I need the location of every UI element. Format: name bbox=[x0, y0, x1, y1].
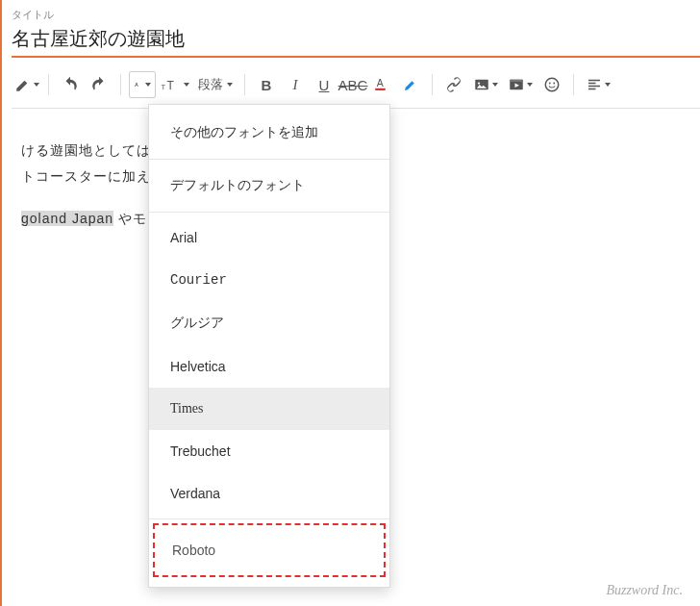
undo-icon[interactable] bbox=[57, 71, 84, 98]
caret-icon bbox=[605, 83, 611, 87]
svg-point-11 bbox=[549, 83, 551, 85]
paragraph-label: 段落 bbox=[198, 76, 223, 93]
title-label: タイトル bbox=[2, 0, 700, 24]
redo-icon[interactable] bbox=[86, 71, 112, 98]
svg-text:T: T bbox=[162, 83, 166, 91]
toolbar-separator bbox=[120, 74, 121, 95]
default-font-item[interactable]: デフォルトのフォント bbox=[149, 164, 389, 208]
dropdown-divider bbox=[149, 159, 389, 160]
text-color-button[interactable]: A bbox=[368, 71, 395, 98]
underline-button[interactable]: U bbox=[311, 71, 338, 98]
paragraph-style-button[interactable]: 段落 bbox=[194, 76, 237, 93]
video-button[interactable] bbox=[504, 71, 537, 98]
font-family-button[interactable]: A bbox=[129, 71, 156, 98]
svg-point-12 bbox=[553, 83, 555, 85]
font-option-verdana[interactable]: Verdana bbox=[149, 472, 389, 515]
svg-text:A: A bbox=[377, 77, 384, 88]
svg-point-6 bbox=[478, 82, 480, 84]
svg-rect-8 bbox=[510, 80, 523, 82]
selected-text[interactable]: goland Japan bbox=[21, 211, 113, 226]
caret-icon bbox=[34, 83, 39, 87]
font-option-arial[interactable]: Arial bbox=[149, 216, 389, 259]
font-family-dropdown: その他のフォントを追加 デフォルトのフォント Arial Courier グルジ… bbox=[148, 104, 390, 588]
font-option-helvetica[interactable]: Helvetica bbox=[149, 345, 389, 388]
caret-icon bbox=[184, 83, 189, 87]
svg-point-10 bbox=[545, 78, 559, 91]
font-option-roboto[interactable]: Roboto bbox=[155, 525, 384, 575]
caret-icon bbox=[227, 83, 233, 87]
font-option-georgia[interactable]: グルジア bbox=[149, 301, 389, 345]
highlight-button[interactable] bbox=[397, 71, 424, 98]
svg-text:T: T bbox=[167, 79, 175, 92]
caret-icon bbox=[527, 83, 533, 87]
caret-icon bbox=[145, 83, 151, 87]
toolbar-separator bbox=[573, 74, 574, 95]
editor-toolbar: A TT 段落 B I U ABC A bbox=[2, 58, 700, 108]
font-option-trebuchet[interactable]: Trebuchet bbox=[149, 430, 389, 472]
add-more-fonts-item[interactable]: その他のフォントを追加 bbox=[149, 111, 389, 155]
svg-rect-4 bbox=[375, 88, 386, 90]
caret-icon bbox=[492, 83, 498, 87]
font-size-button[interactable]: TT bbox=[158, 71, 192, 98]
svg-text:A: A bbox=[135, 82, 138, 88]
toolbar-separator bbox=[48, 74, 49, 95]
dropdown-divider bbox=[149, 212, 389, 213]
toolbar-separator bbox=[432, 74, 433, 95]
footer-credit: Buzzword Inc. bbox=[606, 583, 683, 598]
bold-button[interactable]: B bbox=[253, 71, 280, 98]
image-button[interactable] bbox=[469, 71, 502, 98]
strikethrough-button[interactable]: ABC bbox=[339, 71, 366, 98]
toolbar-separator bbox=[244, 74, 245, 95]
align-button[interactable] bbox=[582, 71, 614, 98]
post-title-input[interactable] bbox=[12, 24, 700, 58]
dropdown-divider bbox=[149, 518, 389, 519]
font-option-courier[interactable]: Courier bbox=[149, 259, 389, 301]
italic-button[interactable]: I bbox=[282, 71, 309, 98]
link-button[interactable] bbox=[440, 71, 467, 98]
highlighted-new-font: Roboto bbox=[153, 523, 386, 577]
emoji-button[interactable] bbox=[538, 71, 565, 98]
font-option-times[interactable]: Times bbox=[149, 388, 389, 430]
edit-mode-icon[interactable] bbox=[13, 71, 40, 98]
